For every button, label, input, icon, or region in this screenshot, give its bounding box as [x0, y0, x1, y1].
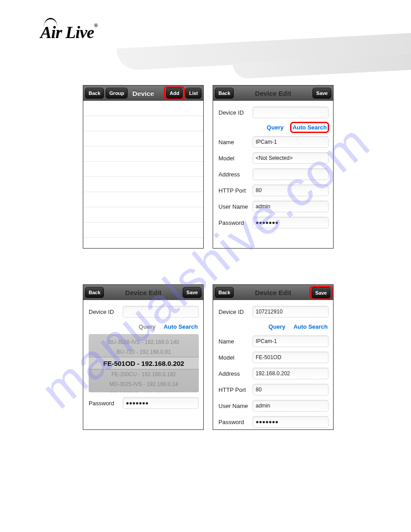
group-button[interactable]: Group	[106, 88, 128, 99]
device-id-input[interactable]	[123, 306, 199, 317]
query-link[interactable]: Query	[139, 323, 156, 330]
add-button[interactable]: Add	[166, 88, 183, 99]
password-input[interactable]: ●●●●●●●	[123, 397, 199, 409]
screenshot-device-edit-filled: Back Device Edit Save Device ID 10721291…	[213, 284, 334, 430]
password-input[interactable]: ●●●●●●●	[253, 416, 329, 428]
port-label: HTTP Port	[218, 187, 253, 194]
picker-item[interactable]: MD-3025-IVS - 192.168.0.14	[89, 379, 199, 389]
password-label: Password	[89, 400, 123, 407]
device-id-label: Device ID	[218, 309, 253, 315]
address-label: Address	[218, 171, 253, 178]
model-label: Model	[218, 354, 253, 361]
navbar: Back Device Edit Save	[213, 285, 333, 300]
model-input[interactable]: FE-501OD	[253, 352, 329, 363]
name-input[interactable]: IPCam-1	[253, 136, 329, 148]
page-header: Air Live®	[0, 0, 411, 76]
device-id-label: Device ID	[89, 309, 123, 315]
autosearch-highlight: Auto Search	[290, 122, 329, 133]
password-label: Password	[218, 219, 253, 226]
picker-item-selected[interactable]: FE-501OD - 192.168.0.202	[89, 357, 199, 369]
picker-item[interactable]: BU-3025-IVS - 192.168.0.147	[89, 334, 199, 337]
back-button[interactable]: Back	[85, 88, 104, 99]
password-label: Password	[218, 419, 253, 425]
autosearch-link[interactable]: Auto Search	[163, 323, 198, 330]
user-label: User Name	[218, 203, 253, 210]
user-label: User Name	[218, 403, 253, 409]
port-label: HTTP Port	[218, 386, 253, 393]
autosearch-link[interactable]: Auto Search	[292, 124, 327, 131]
device-id-input[interactable]	[253, 107, 329, 118]
registered-mark: ®	[94, 22, 98, 29]
model-input[interactable]: <Not Selected>	[253, 152, 329, 164]
picker-item[interactable]: BU-3028-IVS - 192.168.0.140	[89, 337, 199, 347]
list-button[interactable]: List	[185, 88, 201, 99]
user-input[interactable]: admin	[253, 400, 329, 412]
query-link[interactable]: Query	[267, 124, 284, 131]
address-input[interactable]: 192.168.0.202	[253, 368, 329, 379]
name-input[interactable]: IPCam-1	[253, 335, 329, 347]
query-link[interactable]: Query	[269, 323, 286, 330]
port-input[interactable]: 80	[253, 384, 329, 395]
device-id-input[interactable]: 107212910	[253, 306, 329, 317]
back-button[interactable]: Back	[85, 287, 104, 298]
port-input[interactable]: 80	[253, 184, 329, 196]
device-id-label: Device ID	[218, 109, 253, 116]
back-button[interactable]: Back	[215, 88, 234, 99]
name-label: Name	[218, 338, 253, 345]
screenshot-device-edit-picker: Back Device Edit Save Device ID Query Au…	[83, 284, 204, 430]
navbar: Back Group Device Add List	[83, 86, 203, 101]
screenshot-device-edit-blank: Back Device Edit Save Device ID Query Au…	[213, 85, 334, 249]
navbar: Back Device Edit Save	[83, 285, 203, 300]
save-button-highlight: Save	[309, 286, 333, 299]
save-button[interactable]: Save	[183, 287, 201, 298]
model-label: Model	[218, 155, 253, 162]
address-label: Address	[218, 370, 253, 377]
picker-item[interactable]: FE-200CU - 192.168.0.182	[89, 369, 199, 379]
user-input[interactable]: admin	[253, 201, 329, 212]
screenshot-device-list: Back Group Device Add List	[83, 85, 204, 249]
save-button[interactable]: Save	[313, 88, 331, 99]
address-input[interactable]	[253, 168, 329, 180]
back-button[interactable]: Back	[215, 287, 234, 298]
logo-arc-icon	[44, 18, 57, 27]
device-picker[interactable]: BU-3025-IVS - 192.168.0.147 BU-3028-IVS …	[89, 334, 199, 392]
empty-device-list	[83, 101, 203, 248]
picker-item[interactable]: BU-720 - 192.168.0.91	[89, 347, 199, 357]
autosearch-link[interactable]: Auto Search	[293, 323, 328, 330]
save-button[interactable]: Save	[312, 287, 330, 298]
brand-logo: Air Live®	[40, 22, 98, 42]
password-input[interactable]: ●●●●●●●	[253, 217, 329, 228]
name-label: Name	[218, 139, 253, 146]
navbar: Back Device Edit Save	[213, 86, 333, 101]
picker-item[interactable]: OD-2025HD - 192.168.0.114	[89, 389, 199, 392]
add-button-highlight: Add	[164, 86, 185, 100]
